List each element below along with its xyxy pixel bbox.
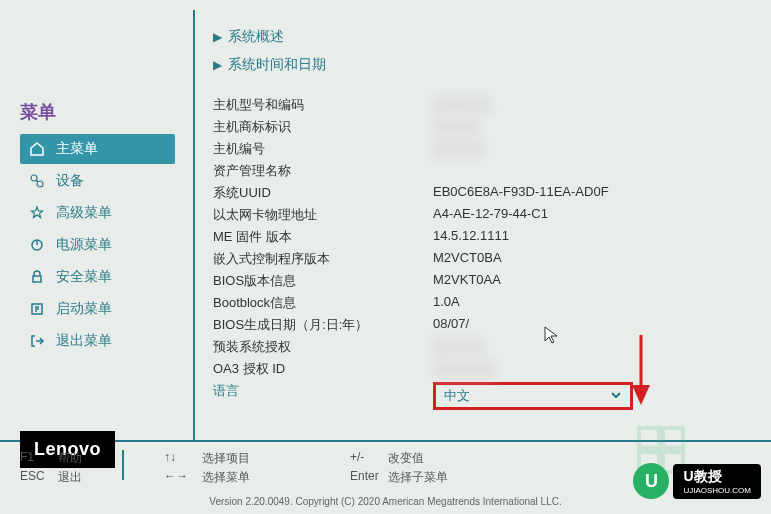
lock-icon <box>28 268 46 286</box>
info-value <box>433 118 480 136</box>
info-value <box>433 96 491 114</box>
chevron-right-icon: ▶ <box>213 30 222 44</box>
info-value <box>433 140 484 158</box>
info-label: OA3 授权 ID <box>213 360 433 378</box>
vertical-divider <box>193 10 195 440</box>
power-icon <box>28 236 46 254</box>
svg-rect-8 <box>663 428 683 448</box>
info-label: 主机商标标识 <box>213 118 433 136</box>
menu-item-devices[interactable]: 设备 <box>20 166 175 196</box>
home-icon <box>28 140 46 158</box>
info-label: 主机编号 <box>213 140 433 158</box>
footer-select: Enter选择子菜单 <box>350 469 448 486</box>
info-value: 14.5.12.1111 <box>433 228 509 246</box>
info-row: 主机型号和编码 <box>213 96 751 114</box>
info-row: Bootblock信息1.0A <box>213 294 751 312</box>
info-label: 系统UUID <box>213 184 433 202</box>
info-label: ME 固件 版本 <box>213 228 433 246</box>
footer-nav: ←→选择菜单 <box>164 469 250 486</box>
info-value <box>433 360 495 378</box>
footer-col: F1帮助 ESC退出 <box>20 450 82 486</box>
section-datetime[interactable]: ▶ 系统时间和日期 <box>213 56 751 74</box>
menu-item-security[interactable]: 安全菜单 <box>20 262 175 292</box>
footer-col: +/-改变值 Enter选择子菜单 <box>350 450 448 486</box>
info-value: M2VCT0BA <box>433 250 502 268</box>
menu-label: 安全菜单 <box>56 268 112 286</box>
footer-divider <box>122 450 124 480</box>
footer-help: F1帮助 <box>20 450 82 467</box>
watermark-badge: U <box>633 463 669 499</box>
menu-item-main[interactable]: 主菜单 <box>20 134 175 164</box>
info-row: 系统UUIDEB0C6E8A-F93D-11EA-AD0F <box>213 184 751 202</box>
boot-icon <box>28 300 46 318</box>
info-row: 嵌入式控制程序版本M2VCT0BA <box>213 250 751 268</box>
exit-icon <box>28 332 46 350</box>
info-value: M2VKT0AA <box>433 272 501 290</box>
info-value: 08/07/ <box>433 316 469 334</box>
menu-item-power[interactable]: 电源菜单 <box>20 230 175 260</box>
svg-rect-7 <box>639 428 659 448</box>
menu-list: 主菜单 设备 高级菜单 电源菜单 <box>20 134 175 356</box>
section-label: 系统时间和日期 <box>228 56 326 74</box>
language-value: 中文 <box>444 387 470 405</box>
info-value <box>433 338 484 356</box>
star-icon <box>28 204 46 222</box>
info-value: EB0C6E8A-F93D-11EA-AD0F <box>433 184 609 202</box>
menu-label: 启动菜单 <box>56 300 112 318</box>
info-label: 主机型号和编码 <box>213 96 433 114</box>
info-row: 预装系统授权 <box>213 338 751 356</box>
info-grid: 主机型号和编码 主机商标标识 主机编号 资产管理名称 系统UUIDEB0C6E8… <box>213 96 751 410</box>
menu-item-advanced[interactable]: 高级菜单 <box>20 198 175 228</box>
info-row: OA3 授权 ID <box>213 360 751 378</box>
info-row: BIOS版本信息M2VKT0AA <box>213 272 751 290</box>
footer-change: +/-改变值 <box>350 450 448 467</box>
footer-exit: ESC退出 <box>20 469 82 486</box>
menu-label: 设备 <box>56 172 84 190</box>
chevron-right-icon: ▶ <box>213 58 222 72</box>
info-label: 嵌入式控制程序版本 <box>213 250 433 268</box>
svg-rect-3 <box>33 276 41 282</box>
watermark-text: U教授 UJIAOSHOU.COM <box>673 464 761 499</box>
section-label: 系统概述 <box>228 28 284 46</box>
watermark: U U教授 UJIAOSHOU.COM <box>633 463 761 499</box>
menu-label: 高级菜单 <box>56 204 112 222</box>
info-row: ME 固件 版本14.5.12.1111 <box>213 228 751 246</box>
info-label: BIOS版本信息 <box>213 272 433 290</box>
info-label: 资产管理名称 <box>213 162 433 180</box>
section-overview[interactable]: ▶ 系统概述 <box>213 28 751 46</box>
menu-label: 主菜单 <box>56 140 98 158</box>
language-select[interactable]: 中文 <box>433 382 633 410</box>
menu-label: 电源菜单 <box>56 236 112 254</box>
info-label: Bootblock信息 <box>213 294 433 312</box>
info-row: 主机商标标识 <box>213 118 751 136</box>
footer-nav: ↑↓选择项目 <box>164 450 250 467</box>
menu-label: 退出菜单 <box>56 332 112 350</box>
devices-icon <box>28 172 46 190</box>
info-label: BIOS生成日期（月:日:年） <box>213 316 433 334</box>
info-label: 预装系统授权 <box>213 338 433 356</box>
menu-item-exit[interactable]: 退出菜单 <box>20 326 175 356</box>
menu-item-boot[interactable]: 启动菜单 <box>20 294 175 324</box>
info-row: 以太网卡物理地址A4-AE-12-79-44-C1 <box>213 206 751 224</box>
info-row: 主机编号 <box>213 140 751 158</box>
sidebar-title: 菜单 <box>20 100 175 124</box>
info-row: BIOS生成日期（月:日:年）08/07/ <box>213 316 751 334</box>
chevron-down-icon <box>610 389 622 404</box>
language-row: 语言 中文 <box>213 382 751 410</box>
info-label: 以太网卡物理地址 <box>213 206 433 224</box>
info-value: A4-AE-12-79-44-C1 <box>433 206 548 224</box>
info-row: 资产管理名称 <box>213 162 751 180</box>
footer-col: ↑↓选择项目 ←→选择菜单 <box>164 450 250 486</box>
info-value: 1.0A <box>433 294 460 312</box>
language-label: 语言 <box>213 382 433 410</box>
